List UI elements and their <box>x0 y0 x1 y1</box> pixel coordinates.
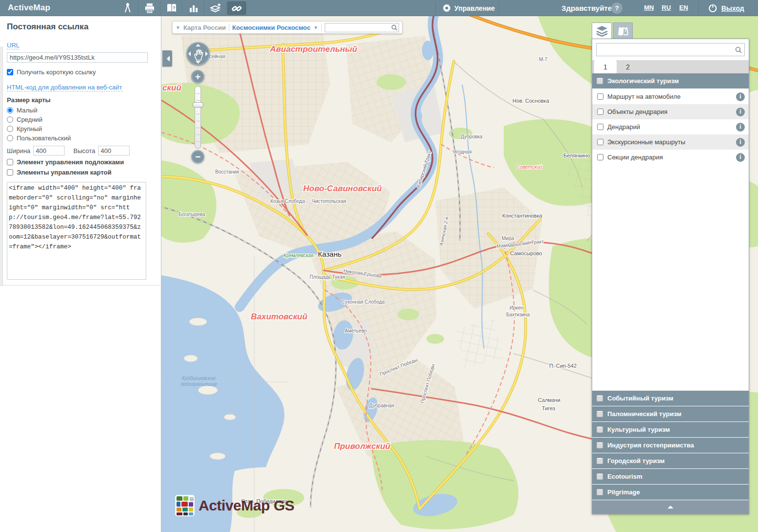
size-option-medium[interactable]: Средний <box>7 116 150 123</box>
group-label: Индустрия гостеприимства <box>607 442 694 449</box>
layer-checkbox[interactable] <box>597 124 603 130</box>
group-checkbox[interactable] <box>597 78 603 84</box>
statistics-button[interactable] <box>184 1 203 15</box>
layer-row[interactable]: Дендрарий i <box>592 119 749 134</box>
info-icon[interactable]: i <box>736 138 745 147</box>
pan-left-icon[interactable] <box>188 51 191 56</box>
group-checkbox[interactable] <box>597 458 603 464</box>
group-checkbox[interactable] <box>597 426 603 433</box>
page-tab-1[interactable]: 1 <box>594 60 617 73</box>
add-layer-button[interactable] <box>206 1 225 15</box>
map-label: Нов. Сосновка <box>513 98 550 104</box>
map-search-input[interactable] <box>325 23 399 32</box>
size-option-large[interactable]: Крупный <box>7 125 150 133</box>
short-link-option[interactable]: Получить короткую ссылку <box>7 68 150 76</box>
group-checkbox[interactable] <box>597 473 603 480</box>
map-label: Константиновка <box>502 213 542 219</box>
zoom-out-button[interactable]: − <box>191 150 204 163</box>
measure-tool-button[interactable] <box>118 1 137 15</box>
url-link[interactable]: URL <box>7 42 20 49</box>
layer-checkbox[interactable] <box>597 154 603 160</box>
layer-row[interactable]: Маршрут на автомобиле i <box>592 89 749 104</box>
basemap-control-option[interactable]: Элемент управления подложками <box>7 158 150 166</box>
map-label: водохранилище <box>181 381 217 387</box>
panel-gutter <box>0 46 3 286</box>
basemap-option-russia[interactable]: Карта России <box>183 24 226 31</box>
chevron-down-icon[interactable]: ▼ <box>176 25 180 30</box>
layer-row[interactable]: Объекты дендрария i <box>592 104 749 119</box>
size-option-custom[interactable]: Пользовательский <box>7 134 150 142</box>
language-link-mn[interactable]: MN <box>644 4 654 11</box>
layer-row[interactable]: Секции дендрария i <box>592 150 749 165</box>
group-header-event-tourism[interactable]: Событийный туризм <box>592 391 749 406</box>
group-header-city-tourism[interactable]: Городской туризм <box>592 453 749 469</box>
layer-row[interactable]: Экскурсионные маршруты i <box>592 134 749 150</box>
layer-checkbox[interactable] <box>597 109 603 115</box>
size-radio-large[interactable] <box>7 126 13 132</box>
reference-button[interactable]: ? <box>162 1 181 15</box>
tab-layers[interactable] <box>592 22 612 39</box>
group-header-pilgrimage-en[interactable]: Pilgrimage <box>592 485 749 500</box>
chevron-down-icon[interactable]: ▼ <box>313 25 318 30</box>
size-radio-medium[interactable] <box>7 116 13 123</box>
iframe-code-textarea[interactable]: <iframe width="400" height="400" framebo… <box>7 182 146 280</box>
map-label: Восстания <box>215 169 239 175</box>
group-header-ecotourism[interactable]: Ecotourism <box>592 469 749 485</box>
group-checkbox[interactable] <box>597 411 603 417</box>
logout-button[interactable]: Выход <box>708 0 744 16</box>
short-link-checkbox[interactable] <box>7 69 13 75</box>
map-label: Авиастроительный <box>269 44 357 54</box>
zoom-in-button[interactable]: + <box>191 70 204 83</box>
panel-collapse-button[interactable] <box>592 500 749 514</box>
print-button[interactable] <box>140 1 159 15</box>
basemap-control-checkbox[interactable] <box>7 159 13 165</box>
info-icon[interactable]: i <box>736 153 745 162</box>
language-link-ru[interactable]: RU <box>662 4 671 11</box>
size-option-small[interactable]: Малый <box>7 107 150 114</box>
group-header-hospitality-industry[interactable]: Индустрия гостеприимства <box>592 438 749 453</box>
info-icon[interactable]: i <box>736 92 745 101</box>
layer-checkbox[interactable] <box>597 139 603 145</box>
help-button[interactable]: ? <box>611 2 623 14</box>
group-header-ecological-tourism[interactable]: Экологический туризм <box>592 73 749 89</box>
pan-control[interactable] <box>186 42 210 66</box>
map-controls-option[interactable]: Элементы управления картой <box>7 169 150 176</box>
toolbar-separator <box>435 2 436 14</box>
zoom-slider[interactable] <box>195 86 201 149</box>
width-input[interactable] <box>33 146 65 155</box>
permalink-button[interactable] <box>227 1 246 15</box>
info-icon[interactable]: i <box>736 123 745 132</box>
language-link-en[interactable]: EN <box>679 4 688 11</box>
html-code-link[interactable]: HTML-код для добавления на веб-сайт <box>7 84 122 91</box>
group-checkbox[interactable] <box>597 489 603 495</box>
page-tab-2[interactable]: 2 <box>617 60 639 73</box>
map-label: Кремлевская <box>284 253 313 258</box>
pan-up-icon[interactable] <box>196 44 201 46</box>
size-radio-custom[interactable] <box>7 135 13 141</box>
group-checkbox[interactable] <box>597 442 603 448</box>
hand-icon <box>193 48 205 61</box>
map-label: Ново-Савиновский <box>303 184 382 193</box>
pan-right-icon[interactable] <box>205 51 208 56</box>
map-controls-checkbox[interactable] <box>7 169 13 176</box>
height-label: Высота <box>73 147 95 155</box>
map-label: Дубравная <box>369 403 394 408</box>
management-button[interactable]: Управление <box>443 0 495 16</box>
url-input[interactable] <box>7 52 148 63</box>
size-radio-small[interactable] <box>7 107 13 113</box>
group-checkbox[interactable] <box>597 395 603 401</box>
info-icon[interactable]: i <box>736 108 745 116</box>
search-icon[interactable] <box>391 24 398 31</box>
group-header-pilgrimage-tourism[interactable]: Паломнический туризм <box>592 406 749 422</box>
height-input[interactable] <box>98 146 130 155</box>
search-icon[interactable] <box>735 46 742 53</box>
toolbar-separator <box>204 2 204 14</box>
group-header-cultural-tourism[interactable]: Культурный туризм <box>592 422 749 438</box>
zoom-slider-handle[interactable] <box>193 102 203 108</box>
pan-down-icon[interactable] <box>196 61 201 64</box>
basemap-option-kosmosnimki[interactable]: Космоснимки Роскосмос <box>232 24 311 31</box>
tab-legend[interactable]: ? <box>613 22 633 39</box>
left-panel-collapse-button[interactable] <box>162 50 172 66</box>
layers-search-input[interactable] <box>596 43 745 56</box>
layer-checkbox[interactable] <box>597 93 603 100</box>
